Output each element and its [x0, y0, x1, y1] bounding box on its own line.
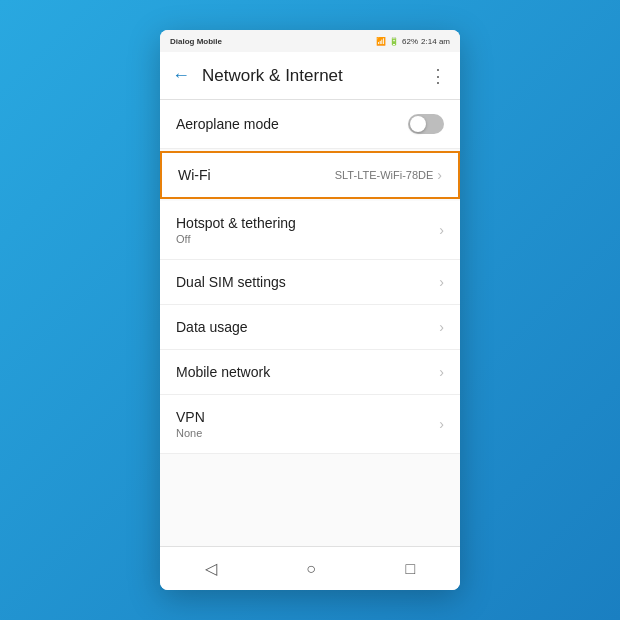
setting-item-content: Wi-Fi [178, 167, 335, 183]
setting-subtitle: None [176, 427, 439, 439]
setting-item-dual-sim[interactable]: Dual SIM settings › [160, 260, 460, 305]
setting-title: Aeroplane mode [176, 116, 408, 132]
setting-item-content: Mobile network [176, 364, 439, 380]
back-button[interactable]: ← [172, 65, 190, 86]
chevron-right-icon: › [439, 222, 444, 238]
setting-title: Mobile network [176, 364, 439, 380]
setting-item-hotspot[interactable]: Hotspot & tethering Off › [160, 201, 460, 260]
battery-icon: 🔋 [389, 37, 399, 46]
setting-item-aeroplane-mode[interactable]: Aeroplane mode [160, 100, 460, 149]
status-carrier: Dialog Mobile [170, 37, 222, 46]
aeroplane-toggle[interactable] [408, 114, 444, 134]
setting-item-vpn[interactable]: VPN None › [160, 395, 460, 454]
chevron-right-icon: › [437, 167, 442, 183]
app-bar: ← Network & Internet ⋮ [160, 52, 460, 100]
back-nav-button[interactable]: ◁ [185, 551, 237, 586]
setting-subtitle: Off [176, 233, 439, 245]
battery-level: 62% [402, 37, 418, 46]
more-options-button[interactable]: ⋮ [429, 65, 448, 87]
setting-title: Hotspot & tethering [176, 215, 439, 231]
recents-nav-button[interactable]: □ [386, 552, 436, 586]
status-right: 📶 🔋 62% 2:14 am [376, 37, 450, 46]
setting-item-content: Hotspot & tethering Off [176, 215, 439, 245]
setting-title: VPN [176, 409, 439, 425]
setting-title: Data usage [176, 319, 439, 335]
wifi-value-row: SLT-LTE-WiFi-78DE › [335, 167, 442, 183]
wifi-network-name: SLT-LTE-WiFi-78DE [335, 169, 434, 181]
chevron-right-icon: › [439, 364, 444, 380]
setting-item-content: Data usage [176, 319, 439, 335]
time: 2:14 am [421, 37, 450, 46]
home-nav-button[interactable]: ○ [286, 552, 336, 586]
navigation-bar: ◁ ○ □ [160, 546, 460, 590]
setting-item-content: Aeroplane mode [176, 116, 408, 132]
chevron-right-icon: › [439, 274, 444, 290]
page-title: Network & Internet [202, 66, 417, 86]
chevron-right-icon: › [439, 416, 444, 432]
setting-title: Wi-Fi [178, 167, 335, 183]
setting-item-data-usage[interactable]: Data usage › [160, 305, 460, 350]
setting-item-content: Dual SIM settings [176, 274, 439, 290]
setting-item-mobile-network[interactable]: Mobile network › [160, 350, 460, 395]
phone-frame: Dialog Mobile 📶 🔋 62% 2:14 am ← Network … [160, 30, 460, 590]
setting-item-wifi[interactable]: Wi-Fi SLT-LTE-WiFi-78DE › [160, 151, 460, 199]
chevron-right-icon: › [439, 319, 444, 335]
setting-item-content: VPN None [176, 409, 439, 439]
settings-list: Aeroplane mode Wi-Fi SLT-LTE-WiFi-78DE ›… [160, 100, 460, 546]
toggle-thumb [410, 116, 426, 132]
signal-icon: 📶 [376, 37, 386, 46]
status-bar: Dialog Mobile 📶 🔋 62% 2:14 am [160, 30, 460, 52]
setting-title: Dual SIM settings [176, 274, 439, 290]
